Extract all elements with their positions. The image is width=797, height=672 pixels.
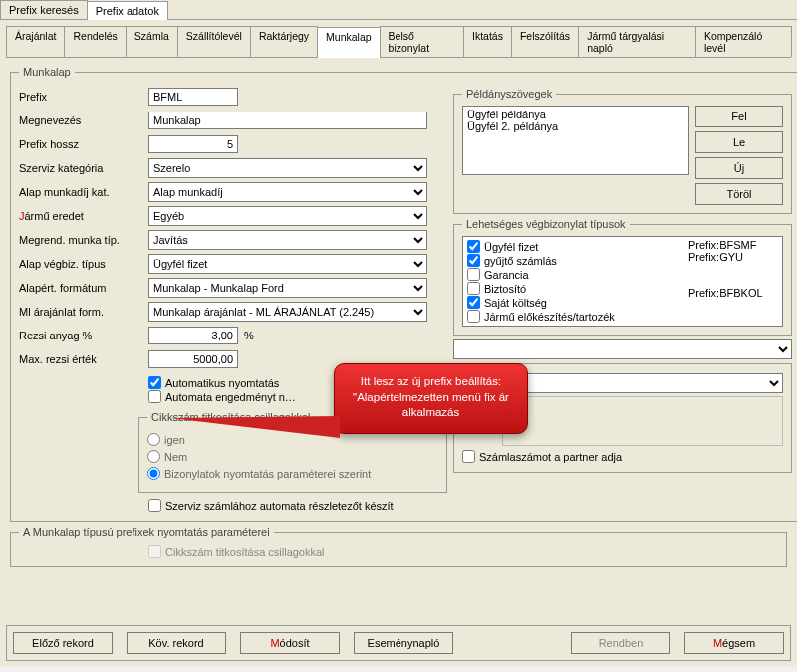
btn-rendben: Rendben	[571, 632, 670, 654]
radio-nem[interactable]	[147, 450, 160, 463]
label-vegbiz-1: gyűjtő számlás	[484, 255, 557, 267]
check-gyujto[interactable]	[467, 254, 480, 267]
btn-kov-rekord[interactable]: Köv. rekord	[127, 632, 226, 654]
callout-annotation: Itt lesz az új prefix beállítás: "Alapér…	[334, 363, 528, 434]
label-radio-nem: Nem	[164, 451, 187, 463]
select-szerviz-kat[interactable]: Szerelo	[148, 158, 427, 178]
legend-print-params: A Munkalap típusú prefixek nyomtatás par…	[19, 526, 274, 538]
input-prefix[interactable]	[148, 88, 238, 106]
check-ugyfel-fizet[interactable]	[467, 240, 480, 253]
label-radio-biz: Bizonylatok nyomtatás paraméterei szerin…	[164, 468, 371, 480]
select-alap-formatum[interactable]: Munkalap - Munkalap Ford	[148, 278, 427, 298]
btn-le[interactable]: Le	[695, 131, 783, 153]
label-auto-nyomtatas: Automatikus nyomtatás	[165, 377, 279, 389]
textarea-cim[interactable]	[502, 396, 783, 446]
tab-szallitolevel[interactable]: Szállítólevél	[177, 26, 251, 57]
tab-munkalap[interactable]: Munkalap	[317, 27, 381, 58]
check-sajat-koltseg[interactable]	[467, 296, 480, 309]
tab-belso-bizonylat[interactable]: Belső bizonylat	[380, 26, 464, 57]
list-item[interactable]: Ügyfél 2. példánya	[467, 120, 684, 132]
check-biztosito[interactable]	[467, 282, 480, 295]
legend-vegbiz: Lehetséges végbizonylat típusok	[462, 218, 630, 230]
select-ml-arajanlat[interactable]: Munkalap árajánlat - ML ÁRAJÁNLAT (2.245…	[148, 302, 427, 322]
label-alap-munkadij: Alap munkadíj kat.	[19, 186, 148, 198]
label-vegbiz-0: Ügyfél fizet	[484, 241, 538, 253]
legend-peldany: Példányszövegek	[462, 88, 556, 100]
radio-bizonylatok[interactable]	[147, 467, 160, 480]
prefix-text-4: Prefix:BFBKOL	[688, 287, 778, 299]
bottom-button-bar: Előző rekord Köv. rekord Módosít Esemény…	[6, 625, 791, 661]
check-garancia[interactable]	[467, 268, 480, 281]
tab-jarmu-targyalasi[interactable]: Jármű tárgyalási napló	[578, 26, 696, 57]
btn-uj[interactable]: Új	[695, 157, 783, 179]
label-rezsi-anyag: Rezsi anyag %	[19, 330, 148, 341]
btn-megsem[interactable]: Mégsem	[684, 632, 784, 654]
panel-prefix-adatok: Árajánlat Rendelés Számla Szállítólevél …	[0, 20, 797, 667]
input-megnevezes[interactable]	[148, 112, 427, 129]
input-max-rezsi[interactable]	[148, 350, 238, 368]
label-vegbiz-4: Saját költség	[484, 297, 547, 309]
select-nev[interactable]	[502, 373, 783, 393]
select-alap-vegbiz[interactable]: Ügyfél fizet	[148, 254, 427, 274]
label-print-cikkszam: Cikkszám titkosítása csillagokkal	[165, 546, 325, 558]
label-alap-formatum: Alapért. formátum	[19, 282, 148, 294]
fieldset-peldany: Példányszövegek Ügyfél példánya Ügyfél 2…	[453, 88, 792, 214]
label-megnevezes: Megnevezés	[19, 114, 148, 126]
check-print-cikkszam	[148, 545, 161, 558]
check-jarmu-elokeszites[interactable]	[467, 310, 480, 323]
select-alap-munkadij[interactable]: Alap munkadíj	[148, 182, 427, 202]
label-megrend-munka: Megrend. munka típ.	[19, 234, 148, 246]
input-prefix-hossz[interactable]	[148, 135, 238, 153]
btn-esemenynaplo[interactable]: Eseménynapló	[354, 632, 453, 654]
label-alap-vegbiz: Alap végbiz. típus	[19, 258, 148, 270]
tab-felszolitas[interactable]: Felszólítás	[511, 26, 579, 57]
select-jarmu-eredet[interactable]: Egyéb	[148, 206, 427, 226]
tab-kompenzalo[interactable]: Kompenzáló levél	[695, 26, 792, 57]
fieldset-print-params: A Munkalap típusú prefixek nyomtatás par…	[10, 526, 787, 567]
prefix-text-0: Prefix:BFSMF	[688, 239, 778, 251]
label-szerviz-szaml: Szerviz számlához automata részletezőt k…	[165, 500, 394, 512]
fieldset-munkalap: Munkalap Prefix Megnevezés Prefix hossz	[10, 66, 797, 522]
tab-raktarjegy[interactable]: Raktárjegy	[250, 26, 318, 57]
label-prefix-hossz: Prefix hossz	[19, 138, 148, 150]
btn-fel[interactable]: Fel	[695, 106, 783, 127]
tab-prefix-kereses[interactable]: Prefix keresés	[0, 0, 88, 19]
check-szerviz-szaml[interactable]	[148, 499, 161, 512]
tab-szamla[interactable]: Számla	[126, 26, 178, 57]
check-szamlaszam-partner[interactable]	[462, 450, 475, 463]
label-szamlaszam-partner: Számlaszámot a partner adja	[479, 451, 622, 463]
check-auto-engedmeny[interactable]	[148, 390, 161, 403]
label-ml-arajanlat: Ml árajánlat form.	[19, 306, 148, 318]
tab-arajanlat[interactable]: Árajánlat	[6, 26, 65, 57]
top-tab-row: Prefix keresés Prefix adatok	[0, 0, 797, 20]
btn-torol[interactable]: Töröl	[695, 183, 783, 205]
prefix-text-1: Prefix:GYU	[688, 251, 778, 263]
btn-modosit[interactable]: Módosít	[240, 632, 340, 654]
check-auto-nyomtatas[interactable]	[148, 376, 161, 389]
sub-tab-row: Árajánlat Rendelés Számla Szállítólevél …	[6, 26, 791, 58]
list-item[interactable]: Ügyfél példánya	[467, 109, 684, 120]
label-prefix: Prefix	[19, 91, 148, 103]
legend-munkalap: Munkalap	[19, 66, 75, 78]
listbox-peldany[interactable]: Ügyfél példánya Ügyfél 2. példánya	[462, 106, 689, 175]
label-jarmu-eredet: Jármű eredet	[19, 210, 148, 222]
label-max-rezsi: Max. rezsi érték	[19, 353, 148, 365]
label-percent: %	[244, 330, 254, 341]
label-szerviz-kat: Szerviz kategória	[19, 162, 148, 174]
tab-rendeles[interactable]: Rendelés	[64, 26, 126, 57]
label-auto-engedmeny: Automata engedményt n…	[165, 391, 296, 403]
select-megrend-munka[interactable]: Javítás	[148, 230, 427, 250]
input-rezsi-anyag[interactable]	[148, 327, 238, 344]
fieldset-vegbiz: Lehetséges végbizonylat típusok Ügyfél f…	[453, 218, 792, 336]
radio-igen[interactable]	[147, 433, 160, 446]
tab-iktatas[interactable]: Iktatás	[463, 26, 512, 57]
select-partner-top[interactable]	[453, 339, 792, 359]
tab-prefix-adatok[interactable]: Prefix adatok	[87, 1, 168, 20]
btn-elozo-rekord[interactable]: Előző rekord	[13, 632, 113, 654]
label-vegbiz-3: Biztosító	[484, 283, 526, 295]
label-vegbiz-2: Garancia	[484, 269, 529, 281]
label-vegbiz-5: Jármű előkészítés/tartozék	[484, 311, 615, 323]
